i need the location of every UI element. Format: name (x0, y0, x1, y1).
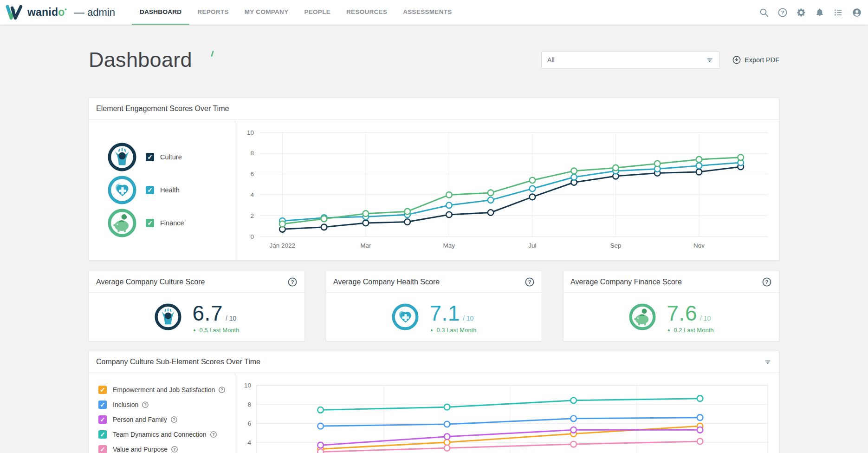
topbar-icons: ? (759, 0, 868, 25)
svg-text:?: ? (528, 279, 531, 285)
score-card-title: Average Company Finance Score (570, 278, 682, 286)
score-card-title: Average Company Health Score (333, 278, 440, 286)
help-icon[interactable]: ? (525, 277, 535, 287)
health-checkbox[interactable] (146, 186, 154, 194)
person-and-family-checkbox[interactable] (98, 415, 107, 424)
person-and-family-label: Person and Family (113, 416, 167, 423)
health-icon (108, 176, 136, 204)
engagement-legend-item-culture[interactable]: Culture (108, 140, 235, 173)
score-value: 7.6 (667, 301, 697, 326)
brand-logo[interactable]: wanido• — admin (0, 0, 122, 25)
svg-text:Sep: Sep (610, 242, 621, 249)
score-change-text: 0.2 Last Month (674, 327, 713, 334)
svg-text:?: ? (291, 279, 294, 285)
subelement-legend-item-value-and-purpose[interactable]: Value and Purpose? (98, 442, 235, 453)
health-icon (392, 303, 419, 330)
score-change-text: 0.5 Last Month (199, 327, 239, 334)
svg-text:8: 8 (250, 150, 254, 157)
brand-name: wanido• (27, 6, 67, 19)
score-card-title: Average Company Culture Score (96, 278, 205, 286)
help-icon[interactable]: ? (762, 277, 772, 287)
score-card-header: Average Company Culture Score? (89, 271, 304, 293)
team-dynamics-and-connection-label: Team Dynamics and Connection (113, 431, 207, 438)
svg-text:?: ? (781, 10, 784, 15)
team-dynamics-and-connection-checkbox[interactable] (98, 430, 107, 439)
subelement-legend-item-empowerment-and-job-satisfaction[interactable]: Empowerment and Job Satisfaction? (98, 382, 235, 397)
score-value: 6.7 (193, 301, 223, 326)
score-card-average-company-culture-score: Average Company Culture Score?6.7/ 10▲0.… (89, 271, 305, 341)
svg-text:?: ? (221, 387, 223, 392)
finance-icon (629, 303, 656, 330)
help-icon[interactable]: ? (171, 446, 178, 453)
score-change: ▲0.5 Last Month (193, 327, 240, 334)
subelement-scores-card: Company Culture Sub-Element Scores Over … (89, 351, 779, 453)
nav-tab-reports[interactable]: REPORTS (189, 0, 236, 25)
culture-label: Culture (160, 153, 182, 161)
trend-up-icon: ▲ (193, 328, 197, 332)
finance-icon (108, 209, 136, 237)
svg-text:?: ? (174, 447, 176, 452)
svg-text:?: ? (144, 402, 147, 407)
nav-tab-assessments[interactable]: ASSESSMENTS (395, 0, 460, 25)
finance-checkbox[interactable] (146, 219, 154, 227)
svg-text:?: ? (173, 417, 175, 422)
help-icon[interactable]: ? (287, 277, 298, 287)
svg-text:Nov: Nov (693, 242, 705, 249)
filter-icon (706, 56, 714, 64)
subelement-legend-item-person-and-family[interactable]: Person and Family? (98, 412, 235, 427)
score-card-average-company-health-score: Average Company Health Score?7.1/ 10▲0.3… (326, 271, 542, 341)
scope-filter-select[interactable]: All (541, 52, 720, 69)
settings-icon[interactable] (796, 7, 806, 18)
score-change-text: 0.3 Last Month (436, 327, 476, 334)
notifications-icon[interactable] (815, 7, 825, 18)
topbar-spacer (460, 0, 759, 25)
search-icon[interactable] (759, 7, 769, 18)
export-pdf-label: Export PDF (745, 56, 779, 64)
svg-text:6: 6 (250, 171, 254, 177)
finance-label: Finance (160, 219, 184, 227)
account-icon[interactable] (852, 7, 862, 18)
export-pdf-button[interactable]: Export PDF (732, 55, 779, 65)
score-card-body: 6.7/ 10▲0.5 Last Month (89, 293, 304, 341)
main-nav: DASHBOARDREPORTSMY COMPANYPEOPLERESOURCE… (132, 0, 460, 25)
inclusion-label: Inclusion (113, 401, 138, 408)
help-icon[interactable]: ? (777, 7, 788, 18)
health-label: Health (160, 186, 180, 194)
inclusion-checkbox[interactable] (98, 400, 107, 409)
score-change: ▲0.2 Last Month (667, 327, 714, 334)
score-value: 7.1 (430, 301, 460, 326)
help-icon[interactable]: ? (142, 401, 149, 408)
subelement-card-title: Company Culture Sub-Element Scores Over … (96, 358, 260, 366)
value-and-purpose-checkbox[interactable] (98, 445, 107, 453)
empowerment-and-job-satisfaction-checkbox[interactable] (98, 386, 107, 394)
wanido-logo-icon (6, 5, 23, 20)
svg-text:6: 6 (247, 420, 251, 427)
engagement-card-header: Element Engagement Scores Over Time (89, 98, 779, 120)
svg-text:8: 8 (247, 401, 251, 408)
subelement-legend-item-team-dynamics-and-connection[interactable]: Team Dynamics and Connection? (98, 427, 235, 442)
score-denominator: / 10 (700, 315, 711, 322)
score-denominator: / 10 (226, 315, 236, 322)
nav-tab-my-company[interactable]: MY COMPANY (237, 0, 297, 25)
score-card-header: Average Company Health Score? (326, 271, 542, 293)
nav-tab-dashboard[interactable]: DASHBOARD (132, 0, 189, 25)
scope-filter-value: All (547, 56, 706, 64)
engagement-chart: 0246810Jan 2022MarMayJulSepNov (235, 120, 779, 259)
score-cards-row: Average Company Culture Score?6.7/ 10▲0.… (89, 271, 779, 341)
nav-tab-resources[interactable]: RESOURCES (338, 0, 395, 25)
svg-text:2: 2 (250, 212, 254, 219)
nav-tab-people[interactable]: PEOPLE (296, 0, 338, 25)
svg-text:Mar: Mar (360, 242, 371, 249)
help-icon[interactable]: ? (218, 386, 226, 394)
engagement-legend-item-health[interactable]: Health (108, 173, 235, 206)
engagement-legend-item-finance[interactable]: Finance (108, 206, 235, 239)
subelement-filter-icon[interactable] (764, 358, 772, 366)
culture-icon (108, 143, 136, 171)
culture-icon (155, 303, 181, 330)
help-icon[interactable]: ? (170, 416, 178, 423)
culture-checkbox[interactable] (146, 153, 154, 161)
brand-suffix: — admin (74, 7, 115, 19)
help-icon[interactable]: ? (210, 431, 217, 438)
list-icon[interactable] (833, 7, 843, 18)
subelement-legend-item-inclusion[interactable]: Inclusion? (98, 397, 235, 412)
